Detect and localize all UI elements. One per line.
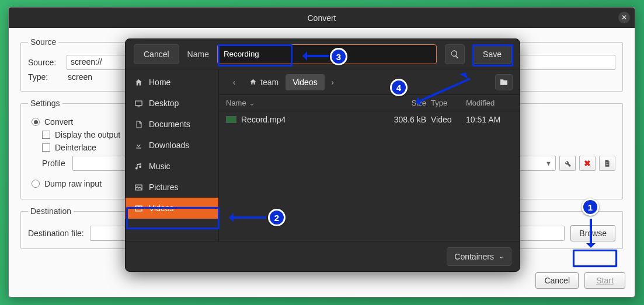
place-documents[interactable]: Documents <box>126 114 218 135</box>
path-forward-button[interactable]: › <box>325 74 341 90</box>
place-pictures[interactable]: Pictures <box>126 177 218 198</box>
place-music[interactable]: Music <box>126 156 218 177</box>
filedlg-save-button[interactable]: Save <box>473 44 511 64</box>
wrench-icon <box>563 159 572 167</box>
settings-legend: Settings <box>28 99 62 108</box>
x-icon: ✖ <box>584 159 591 168</box>
music-icon <box>134 162 143 171</box>
profile-delete-button[interactable]: ✖ <box>579 156 596 171</box>
filedlg-search-button[interactable] <box>445 44 465 64</box>
radio-dump-raw-label: Dump raw input <box>44 179 102 188</box>
checkbox-icon <box>42 143 50 152</box>
browse-button[interactable]: Browse <box>570 225 615 241</box>
path-bar: ‹ team Videos › <box>219 69 520 95</box>
type-label: Type: <box>28 72 61 82</box>
profile-edit-button[interactable] <box>559 156 576 171</box>
filedlg-name-label: Name <box>187 50 209 59</box>
sort-indicator-icon: ⌄ <box>249 99 255 107</box>
col-size: Size <box>384 99 431 107</box>
videos-icon <box>134 204 143 213</box>
desktop-icon <box>134 99 143 108</box>
place-videos[interactable]: Videos <box>126 198 218 219</box>
filedlg-header: Cancel Name Save <box>126 39 520 69</box>
file-modified: 10:51 AM <box>466 115 513 124</box>
file-name: Record.mp4 <box>241 115 286 124</box>
window-title: Convert <box>307 13 336 23</box>
chevron-down-icon: ⌄ <box>499 253 504 260</box>
new-doc-icon <box>603 159 611 167</box>
col-type: Type <box>431 99 466 107</box>
source-label: Source: <box>28 58 61 67</box>
profile-new-button[interactable] <box>599 156 615 171</box>
cancel-button[interactable]: Cancel <box>535 272 579 289</box>
documents-icon <box>134 120 143 129</box>
pictures-icon <box>134 183 143 192</box>
radio-convert-label: Convert <box>44 117 73 127</box>
check-display-output-label: Display the output <box>55 130 120 139</box>
search-icon <box>450 50 459 59</box>
dest-file-label: Destination file: <box>28 229 84 238</box>
col-modified: Modified <box>466 99 513 107</box>
file-type: Video <box>431 115 466 124</box>
crumb-videos[interactable]: Videos <box>286 74 325 90</box>
radio-dot-icon <box>32 180 40 188</box>
file-type-filter[interactable]: Containers ⌄ <box>447 247 511 266</box>
new-folder-button[interactable] <box>495 74 513 90</box>
file-pane: ‹ team Videos › Name ⌄ Size Type Modifie… <box>219 69 520 241</box>
downloads-icon <box>134 141 143 150</box>
crumb-team[interactable]: team <box>242 74 286 90</box>
titlebar: Convert ✕ <box>9 8 635 28</box>
source-legend: Source <box>28 37 58 47</box>
col-name: Name <box>226 99 246 107</box>
filedlg-name-input[interactable] <box>217 44 437 64</box>
video-thumb-icon <box>226 116 236 123</box>
start-button[interactable]: Start <box>584 272 625 289</box>
type-value: screen <box>67 72 92 82</box>
new-folder-icon <box>499 78 509 87</box>
radio-dot-icon <box>32 118 40 126</box>
profile-label: Profile <box>42 159 69 168</box>
home-icon <box>134 78 143 87</box>
home-icon <box>249 78 257 86</box>
file-row[interactable]: Record.mp4 308.6 kB Video 10:51 AM <box>219 111 520 128</box>
place-downloads[interactable]: Downloads <box>126 135 218 156</box>
place-desktop[interactable]: Desktop <box>126 93 218 114</box>
path-back-button[interactable]: ‹ <box>226 74 242 90</box>
chevron-down-icon: ▼ <box>545 160 552 167</box>
window-close-button[interactable]: ✕ <box>618 12 630 23</box>
file-list-header[interactable]: Name ⌄ Size Type Modified <box>219 95 520 111</box>
checkbox-icon <box>42 131 50 139</box>
file-save-dialog: Cancel Name Save Home Desktop Documents … <box>125 38 520 272</box>
window-footer: Cancel Start <box>9 268 635 297</box>
destination-legend: Destination <box>28 206 74 216</box>
file-size: 308.6 kB <box>384 115 431 124</box>
filedlg-footer: Containers ⌄ <box>126 241 520 271</box>
places-sidebar: Home Desktop Documents Downloads Music P… <box>126 69 219 241</box>
place-home[interactable]: Home <box>126 72 218 93</box>
filedlg-cancel-button[interactable]: Cancel <box>134 44 179 64</box>
check-deinterlace-label: Deinterlace <box>55 143 96 152</box>
